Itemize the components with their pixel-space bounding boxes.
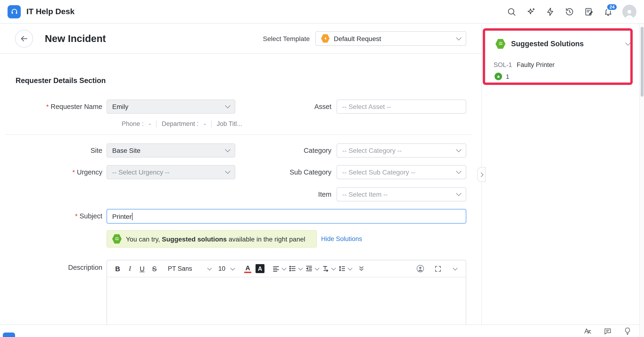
solutions-panel-header[interactable]: Suggested Solutions (496, 39, 630, 49)
fullscreen-icon (434, 265, 442, 272)
highlight-color-button[interactable]: A (254, 262, 266, 275)
bold-button[interactable]: B (112, 262, 123, 275)
solutions-book-icon (112, 234, 122, 244)
incident-form: Requester Details Section *Requester Nam… (0, 54, 481, 324)
template-dropdown[interactable]: Default Request (316, 31, 466, 46)
job-title-label: Job Titl... (217, 120, 242, 127)
scrollbar-thumb[interactable] (641, 27, 644, 97)
list-button[interactable] (287, 262, 302, 275)
lightning-icon[interactable] (545, 6, 555, 17)
category-placeholder: -- Select Category -- (342, 147, 402, 154)
solutions-panel-title: Suggested Solutions (511, 40, 584, 48)
insert-mention-button[interactable] (415, 262, 426, 275)
editor-more-button[interactable] (450, 262, 460, 275)
thumbs-up-icon (494, 73, 502, 80)
chevron-down-icon (456, 191, 462, 196)
category-select[interactable]: -- Select Category -- (336, 143, 466, 158)
subject-label: *Subject (8, 209, 102, 223)
underline-button[interactable]: U (137, 262, 148, 275)
back-button[interactable] (15, 30, 33, 47)
font-family-value: PT Sans (168, 265, 192, 272)
like-count: 1 (506, 73, 509, 80)
history-icon[interactable] (564, 6, 575, 17)
font-family-select[interactable]: PT Sans (165, 262, 214, 275)
divider (211, 120, 212, 127)
solution-title: Faulty Printer (517, 61, 555, 68)
app-logo[interactable] (8, 5, 21, 18)
item-label: Item (261, 187, 332, 201)
urgency-placeholder: -- Select Urgency -- (112, 168, 170, 176)
description-editor: B I U S PT Sans 10 A A (106, 260, 466, 324)
line-spacing-button[interactable] (336, 262, 352, 275)
phone-label: Phone : (122, 120, 144, 127)
solutions-panel: Suggested Solutions SOL-1 Faulty Printer… (481, 24, 639, 324)
sparkle-add-icon[interactable] (526, 6, 536, 17)
subject-input[interactable]: Printer (106, 209, 466, 224)
required-marker: * (46, 103, 49, 110)
template-icon (321, 34, 330, 43)
app-window: IT Help Desk 24 (0, 0, 644, 337)
chevron-down-icon (453, 265, 458, 270)
font-color-button[interactable]: A (242, 262, 253, 275)
notifications-bell-icon[interactable]: 24 (603, 6, 613, 17)
requester-name-select[interactable]: Emily (106, 100, 235, 114)
comment-icon[interactable] (603, 327, 612, 335)
text-direction-icon (322, 265, 329, 272)
chevron-down-icon (331, 265, 336, 270)
chat-widget-corner[interactable] (3, 332, 15, 337)
page-header: New Incident Select Template Default Req… (0, 24, 481, 54)
font-size-select[interactable]: 10 (216, 262, 237, 275)
item-select[interactable]: -- Select Item -- (336, 187, 466, 201)
page-scrollbar[interactable] (639, 24, 644, 337)
suggested-solutions-banner: You can try, Suggested solutions availab… (106, 230, 317, 248)
phone-value: - (149, 120, 151, 127)
solution-likes: 1 (494, 73, 509, 80)
notification-badge: 24 (606, 3, 618, 11)
chevron-down-icon (456, 35, 462, 40)
lightbulb-icon[interactable] (623, 327, 632, 335)
template-value: Default Request (334, 35, 381, 42)
banner-text: You can try, Suggested solutions availab… (126, 235, 305, 243)
solution-item[interactable]: SOL-1 Faulty Printer (494, 61, 555, 68)
site-select[interactable]: Base Site (106, 143, 235, 158)
indent-button[interactable] (304, 262, 319, 275)
chevron-down-icon (456, 147, 462, 152)
feedback-icon[interactable] (584, 6, 594, 17)
description-textarea[interactable] (107, 277, 466, 324)
panel-collapse-handle[interactable] (477, 167, 486, 182)
double-chevron-down-icon (358, 265, 364, 272)
indent-icon (306, 265, 312, 272)
font-color-letter: A (244, 264, 251, 273)
solutions-book-icon (496, 39, 506, 49)
select-template-label: Select Template (263, 35, 310, 42)
editor-toolbar: B I U S PT Sans 10 A A (107, 260, 466, 277)
asset-label: Asset (261, 100, 332, 114)
search-icon[interactable] (506, 6, 517, 17)
chevron-down-icon (282, 265, 286, 270)
italic-button[interactable]: I (124, 262, 135, 275)
translate-icon[interactable] (583, 327, 592, 335)
more-tools-button[interactable] (356, 262, 367, 275)
fullscreen-button[interactable] (432, 262, 443, 275)
solution-id: SOL-1 (494, 61, 512, 68)
chevron-down-icon (298, 265, 303, 270)
chevron-down-icon (348, 265, 352, 270)
align-button[interactable] (270, 262, 286, 275)
sub-category-label: Sub Category (261, 165, 332, 179)
line-spacing-icon (338, 265, 346, 272)
department-label: Department : (162, 120, 198, 127)
requester-name-value: Emily (112, 103, 128, 110)
requester-meta: Phone : - Department : - Job Titl... (122, 120, 242, 127)
align-left-icon (272, 265, 280, 272)
text-caret (132, 212, 132, 220)
hide-solutions-link[interactable]: Hide Solutions (321, 230, 362, 248)
urgency-select[interactable]: -- Select Urgency -- (106, 165, 235, 179)
user-avatar[interactable] (622, 5, 636, 19)
strikethrough-button[interactable]: S (149, 262, 160, 275)
chevron-down-icon (626, 40, 631, 46)
arrow-left-icon (20, 34, 28, 43)
asset-input[interactable]: -- Select Asset -- (336, 100, 466, 114)
chevron-down-icon (315, 265, 320, 270)
sub-category-select[interactable]: -- Select Sub Category -- (336, 165, 466, 179)
text-direction-button[interactable] (320, 262, 335, 275)
